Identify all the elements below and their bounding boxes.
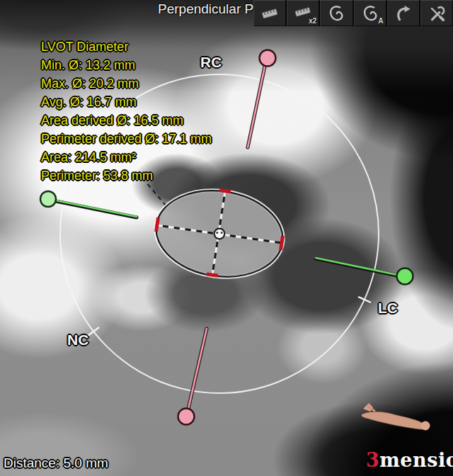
distance-readout: Distance: 5.0 mm [4,455,108,471]
contour-icon [327,4,345,23]
patient-orientation-figure [357,400,432,433]
annulus-tick-lc [358,297,371,302]
diameter-tick-left[interactable] [156,217,159,232]
diameter-tick-right[interactable] [281,236,283,250]
measurement-line: Min. Ø: 13.2 mm [41,56,212,74]
tools-icon [428,4,446,23]
tools-button[interactable] [420,0,453,26]
view-title: Perpendicular P [158,1,254,17]
diameter-tick-bottom[interactable] [207,274,218,276]
cusp-label-lc: LC [378,300,398,317]
measurement-line: Perimeter derived Ø: 17.1 mm [41,130,212,148]
cusp-line-bottom [188,329,207,409]
contour-a-icon [361,4,379,23]
cusp-handle-right-green[interactable] [397,268,413,285]
measurement-line: Area: 214.5 mm² [41,148,212,166]
cusp-label-nc: NC [67,332,88,348]
annulus-tick-nc [88,327,99,336]
ruler-icon [260,4,279,23]
measurement-line: Perimeter: 53.8 mm [41,166,212,185]
cusp-handle-bottom-pink[interactable] [178,409,195,425]
cusp-line-left [56,200,137,217]
logo-prefix: 3 [366,449,379,471]
measure-button[interactable] [253,0,286,26]
logo-text: mensio [379,449,453,471]
cusp-label-rc: RC [200,54,222,71]
measurement-title: LVOT Diameter [41,38,212,56]
measurement-line: Area derived Ø: 16.5 mm [41,111,212,130]
rotate-arrow-icon [394,4,413,23]
measurement-line: Max. Ø: 20.2 mm [41,74,212,93]
rotate-button[interactable] [387,0,420,26]
measurement-line: Avg. Ø: 16.7 mm [41,93,212,111]
measure-double-button[interactable]: x2 [287,0,319,26]
measurement-panel: LVOT Diameter Min. Ø: 13.2 mm Max. Ø: 20… [41,38,212,185]
diameter-tick-top[interactable] [219,191,231,192]
toolbar: x2 A [253,0,453,26]
3mensio-logo: 3mensio [366,449,453,471]
cusp-handle-top-pink[interactable] [260,50,276,67]
center-handle[interactable] [214,229,225,239]
cusp-handle-left-green[interactable] [40,191,56,207]
button-badge: x2 [309,17,316,26]
button-badge: A [378,17,383,26]
contour-area-button[interactable]: A [354,0,386,26]
viewport: Perpendicular P [0,0,453,476]
cusp-line-right [316,258,397,275]
contour-button[interactable] [320,0,352,26]
